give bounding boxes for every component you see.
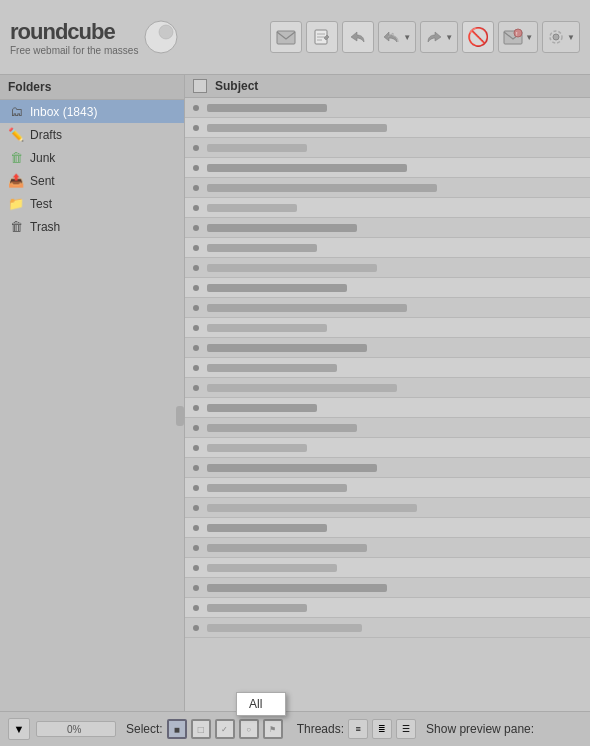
email-unread-dot <box>193 205 199 211</box>
select-unread-button[interactable]: ○ <box>239 719 259 739</box>
email-unread-dot <box>193 545 199 551</box>
email-subject-bar <box>207 244 317 252</box>
email-subject-bar <box>207 264 377 272</box>
email-unread-dot <box>193 365 199 371</box>
email-unread-dot <box>193 145 199 151</box>
email-row[interactable] <box>185 618 590 638</box>
sidebar-item-sent[interactable]: 📤 Sent <box>0 169 184 192</box>
email-row[interactable] <box>185 158 590 178</box>
sidebar-item-test[interactable]: 📁 Test <box>0 192 184 215</box>
email-unread-dot <box>193 285 199 291</box>
compose-button[interactable] <box>306 21 338 53</box>
email-row[interactable] <box>185 398 590 418</box>
dropdown-item-all[interactable]: All <box>237 693 285 715</box>
preview-label: Show preview pane: <box>426 722 534 736</box>
email-subject-bar <box>207 284 347 292</box>
reply-button[interactable] <box>342 21 374 53</box>
svg-point-1 <box>159 25 173 39</box>
sidebar-scroll: 🗂 Inbox (1843) ✏️ Drafts 🗑 Junk 📤 Sent 📁… <box>0 100 184 711</box>
email-row[interactable] <box>185 98 590 118</box>
email-row[interactable] <box>185 578 590 598</box>
header-checkbox[interactable] <box>193 79 207 93</box>
email-subject-bar <box>207 524 327 532</box>
email-subject-bar <box>207 184 437 192</box>
email-row[interactable] <box>185 118 590 138</box>
sidebar-item-drafts[interactable]: ✏️ Drafts <box>0 123 184 146</box>
subject-column-header: Subject <box>215 79 258 93</box>
sidebar-item-trash[interactable]: 🗑 Trash <box>0 215 184 238</box>
logo-area: roundcube Free webmail for the masses <box>10 19 138 56</box>
email-row[interactable] <box>185 598 590 618</box>
get-mail-button[interactable] <box>270 21 302 53</box>
email-subject-bar <box>207 104 327 112</box>
email-row[interactable] <box>185 438 590 458</box>
email-subject-bar <box>207 144 307 152</box>
status-menu-button[interactable]: ▼ <box>8 718 30 740</box>
drafts-icon: ✏️ <box>8 127 24 142</box>
select-area: Select: ■ □ ✓ ○ ⚑ <box>126 719 283 739</box>
email-subject-bar <box>207 224 357 232</box>
thread-btn-1[interactable]: ≡ <box>348 719 368 739</box>
email-row[interactable] <box>185 558 590 578</box>
email-row[interactable] <box>185 458 590 478</box>
email-row[interactable] <box>185 138 590 158</box>
email-row[interactable] <box>185 358 590 378</box>
preview-area: Show preview pane: <box>426 722 534 736</box>
spam-dropdown-arrow: ▼ <box>525 33 533 42</box>
spam-button[interactable]: ! ▼ <box>498 21 538 53</box>
logo-tagline: Free webmail for the masses <box>10 45 138 56</box>
reply-all-button[interactable]: ▼ <box>378 21 416 53</box>
select-all-button[interactable]: ■ <box>167 719 187 739</box>
email-row[interactable] <box>185 338 590 358</box>
email-row[interactable] <box>185 298 590 318</box>
email-row[interactable] <box>185 178 590 198</box>
sidebar-item-junk[interactable]: 🗑 Junk <box>0 146 184 169</box>
email-subject-bar <box>207 484 347 492</box>
email-subject-bar <box>207 464 377 472</box>
select-none-button[interactable]: □ <box>191 719 211 739</box>
email-subject-bar <box>207 384 397 392</box>
email-unread-dot <box>193 505 199 511</box>
email-rows <box>185 98 590 711</box>
email-subject-bar <box>207 344 367 352</box>
select-flagged-button[interactable]: ⚑ <box>263 719 283 739</box>
email-row[interactable] <box>185 518 590 538</box>
email-row[interactable] <box>185 538 590 558</box>
email-unread-dot <box>193 165 199 171</box>
email-unread-dot <box>193 625 199 631</box>
header: roundcube Free webmail for the masses <box>0 0 590 75</box>
junk-label: Junk <box>30 151 55 165</box>
thread-btn-2[interactable]: ≣ <box>372 719 392 739</box>
settings-button[interactable]: ▼ <box>542 21 580 53</box>
email-unread-dot <box>193 465 199 471</box>
thread-btn-3[interactable]: ☰ <box>396 719 416 739</box>
email-row[interactable] <box>185 498 590 518</box>
sidebar-scrollbar[interactable] <box>176 406 184 426</box>
progress-label: 0% <box>67 724 81 735</box>
email-unread-dot <box>193 305 199 311</box>
email-row[interactable] <box>185 418 590 438</box>
delete-button[interactable]: 🚫 <box>462 21 494 53</box>
email-row[interactable] <box>185 378 590 398</box>
email-row[interactable] <box>185 238 590 258</box>
status-bar: ▼ 0% Select: ■ □ ✓ ○ ⚑ Threads: ≡ ≣ ☰ Sh… <box>0 711 590 746</box>
email-row[interactable] <box>185 478 590 498</box>
email-subject-bar <box>207 504 417 512</box>
email-row[interactable] <box>185 258 590 278</box>
drafts-label: Drafts <box>30 128 62 142</box>
sidebar-item-inbox[interactable]: 🗂 Inbox (1843) <box>0 100 184 123</box>
sent-label: Sent <box>30 174 55 188</box>
email-unread-dot <box>193 325 199 331</box>
email-subject-bar <box>207 584 387 592</box>
inbox-label: Inbox (1843) <box>30 105 97 119</box>
email-row[interactable] <box>185 318 590 338</box>
email-subject-bar <box>207 404 317 412</box>
email-unread-dot <box>193 445 199 451</box>
settings-dropdown-arrow: ▼ <box>567 33 575 42</box>
select-read-button[interactable]: ✓ <box>215 719 235 739</box>
email-row[interactable] <box>185 218 590 238</box>
forward-button[interactable]: ▼ <box>420 21 458 53</box>
email-row[interactable] <box>185 198 590 218</box>
main-content: Folders 🗂 Inbox (1843) ✏️ Drafts 🗑 Junk … <box>0 75 590 711</box>
email-row[interactable] <box>185 278 590 298</box>
